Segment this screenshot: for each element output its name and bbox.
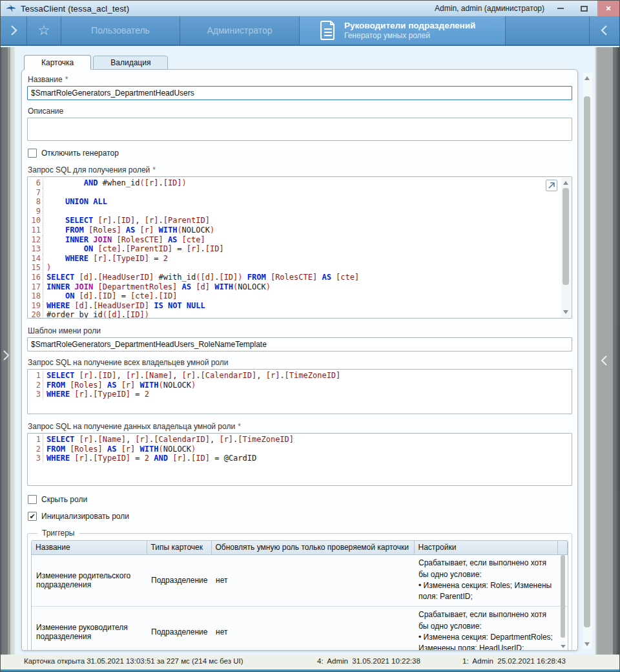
maximize-button[interactable] [575,1,592,16]
nav-tab-user[interactable]: Пользователь [61,16,180,45]
column-header-update-only[interactable]: Обновлять умную роль только проверяемой … [211,541,414,554]
expand-arrow-icon [548,182,555,189]
code-line: 6 AND #when_id([r].[ID]) [29,178,572,188]
triggers-group-label: Триггеры [37,529,79,538]
code-line: 15) [29,263,572,273]
triggers-table-header: Название Типы карточек Обновлять умную р… [32,541,568,554]
right-panel-expander[interactable] [595,47,619,669]
owners-sql-label: Запрос SQL на получение всех владельцев … [28,358,572,367]
code-line: 19WHERE [d].[HeadUserID] IS NOT NULL [29,301,572,311]
code-line: 10 SELECT [r].[ID], [r].[ParentID] [29,216,572,226]
cell-name: Изменение руководителя подразделения [32,606,147,651]
table-scrollbar[interactable] [561,555,566,649]
cell-card-types: Подразделение [147,554,211,606]
favorites-button[interactable]: ☆ [27,16,61,45]
cell-update-only: нет [211,554,414,606]
chevron-right-icon [10,24,17,37]
card-form-panel: Название* $SmartRoleGenerators_Departmen… [21,69,578,651]
cell-settings: Срабатывает, если выполнено хотя бы одно… [414,554,558,606]
main-scrollbar[interactable] [583,73,592,649]
owners-sql-editor[interactable]: 1SELECT [r].[ID], [r].[Name], [r].[Calen… [27,369,572,414]
code-line: 8 UNION ALL [29,197,572,207]
nav-back-button[interactable] [590,16,619,45]
roles-sql-editor[interactable]: 6 AND #when_id([r].[ID])78 UNION ALL910 … [27,176,572,319]
column-header-card-types[interactable]: Типы карточек [147,541,211,554]
cell-update-only: нет [211,606,414,651]
chevron-left-icon [601,24,608,37]
code-line: 2FROM [Roles] AS [r] WITH(NOLOCK) [29,381,572,390]
scrollbar-thumb[interactable] [563,188,569,285]
status-bar: Карточка открыта 31.05.2021 13:03:51 за … [1,655,619,669]
scroll-down-icon [584,642,590,646]
chevron-left-icon [600,355,609,366]
column-header-name[interactable]: Название [32,541,147,554]
owner-data-sql-label: Запрос SQL на получение данных владельца… [28,422,572,431]
code-line: 1SELECT [r].[ID], [r].[Name], [r].[Calen… [29,371,572,381]
active-card-subtitle: Генератор умных ролей [344,31,475,41]
minimize-button[interactable] [552,1,569,16]
star-icon: ☆ [38,23,50,38]
roles-sql-label: Запрос SQL для получения ролей* [28,165,572,174]
code-line: 20#order_by_id([d].[ID]) [29,310,572,319]
minimize-icon [557,8,564,9]
nav-forward-button[interactable] [1,16,26,45]
title-bar: TessaClient (tessa_acl_test) Admin, admi… [1,1,619,16]
code-line: 14 WHERE [r].[TypeID] = 2 [29,254,572,264]
role-name-template-label: Шаблон имени роли [28,326,572,335]
scroll-up-icon [563,181,568,185]
tab-validation[interactable]: Валидация [93,56,168,70]
triggers-table: Название Типы карточек Обновлять умную р… [31,540,568,651]
checkbox-init-roles[interactable]: ✔ Инициализировать роли [28,512,572,521]
name-input[interactable]: $SmartRoleGenerators_DepartmentHeadUsers [27,86,572,100]
name-label: Название* [28,75,572,84]
status-created-info: 1: Admin 25.02.2021 16:28:43 [462,657,566,665]
cell-settings: Срабатывает, если выполнено хотя бы одно… [414,606,558,651]
tab-card[interactable]: Карточка [24,55,91,70]
window-bottom-border [1,669,619,672]
code-line: 9 [29,207,572,216]
code-line: 16SELECT [d].[HeadUserID] #with_id([d].[… [29,273,572,282]
table-row[interactable]: Изменение родительского подразделенияПод… [32,554,568,606]
required-mark: * [152,165,156,174]
left-panel-expander[interactable] [1,47,15,669]
active-card-title: Руководители подразделений [344,20,475,31]
card-tab-strip: Карточка Валидация [24,55,170,70]
description-input[interactable] [27,118,572,141]
description-label: Описание [28,107,572,116]
status-modified-info: 4: Admin 31.05.2021 10:22:38 [317,657,420,665]
checkbox-disable-generator[interactable]: Отключить генератор [28,149,572,158]
required-mark: * [238,422,241,431]
checkbox-hide-roles[interactable]: Скрыть роли [28,495,572,504]
close-button[interactable]: ✕ [597,1,619,16]
table-row[interactable]: Изменение руководителя подразделенияПодр… [32,606,568,651]
expand-editor-button[interactable] [546,180,557,191]
chevron-right-icon [1,350,10,361]
scroll-up-icon [584,76,590,80]
column-header-spacer [558,541,568,554]
app-window: TessaClient (tessa_acl_test) Admin, admi… [0,0,620,672]
scrollbar-thumb[interactable] [561,555,565,638]
role-name-template-input[interactable]: $SmartRoleGenerators_DepartmentHeadUsers… [27,337,572,352]
checkbox-box [28,495,37,504]
code-line: 3WHERE [r].[TypeID] = 2 AND [r].[ID] = @… [29,454,572,463]
code-line: 1SELECT [r].[Name], [r].[CalendarID], [r… [29,435,572,445]
code-line: 2FROM [Roles] AS [r] WITH(NOLOCK) [29,445,572,454]
editor-scrollbar[interactable] [561,178,571,317]
code-line: 7 [29,188,572,198]
scroll-down-icon [563,310,568,314]
code-line: 11 FROM [Roles] AS [r] WITH(NOLOCK) [29,226,572,235]
nav-tab-admin[interactable]: Администратор [180,16,299,45]
scrollbar-thumb[interactable] [584,96,590,627]
maximize-icon [581,6,588,12]
tessa-logo-icon [6,4,16,13]
close-icon: ✕ [605,5,611,13]
required-mark: * [65,75,68,84]
scroll-down-icon [561,645,566,648]
cell-name: Изменение родительского подразделения [32,554,147,606]
nav-tab-active-card[interactable]: Руководители подразделений Генератор умн… [300,16,505,45]
code-line: 17INNER JOIN [DepartmentRoles] AS [d] WI… [29,282,572,292]
owner-data-sql-editor[interactable]: 1SELECT [r].[Name], [r].[CalendarID], [r… [27,433,572,486]
column-header-settings[interactable]: Настройки [414,541,558,554]
triggers-groupbox: Триггеры Название Типы карточек Обновлят… [27,529,572,651]
status-card-opened: Карточка открыта 31.05.2021 13:03:51 за … [24,657,243,665]
